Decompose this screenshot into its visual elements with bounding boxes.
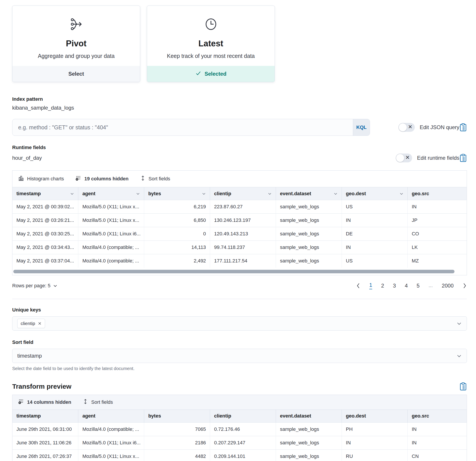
sort-field-select[interactable]: timestamp (12, 349, 467, 363)
table-cell: 4482 (144, 450, 210, 461)
latest-card-description: Keep track of your most recent data (167, 53, 255, 59)
toggle-off-icon: ✕ (408, 124, 412, 130)
table-cell: CO (408, 227, 467, 241)
preview-table: timestamp agent bytes clientip event.dat… (12, 410, 467, 461)
column-header[interactable]: clientip (210, 410, 276, 422)
preview-data-grid: 14 columns hidden Sort fields timestamp (12, 395, 467, 461)
page-button-2[interactable]: 2 (381, 283, 384, 289)
table-row: June 29th 2021, 06:31:00Mozilla/4.0 (com… (12, 422, 467, 436)
source-table: timestamp agent bytes clientip event.dat… (12, 187, 467, 268)
scrollbar-thumb[interactable] (13, 270, 454, 273)
column-header[interactable]: agent (78, 410, 144, 422)
clock-icon (204, 17, 218, 32)
column-header[interactable]: agent (78, 187, 144, 200)
table-cell: IN (408, 422, 467, 436)
previous-page-button[interactable] (356, 283, 360, 289)
check-icon (195, 70, 201, 78)
column-header[interactable]: timestamp (12, 187, 78, 200)
column-header[interactable]: geo.src (408, 410, 467, 422)
column-header[interactable]: bytes (144, 410, 210, 422)
table-cell: PH (342, 422, 408, 436)
chevron-down-icon (268, 192, 272, 196)
column-header[interactable]: geo.src (408, 187, 467, 200)
kql-language-button[interactable]: KQL (353, 119, 370, 136)
latest-card-body: Latest Keep track of your most recent da… (147, 6, 275, 66)
edit-runtime-fields-label[interactable]: Edit runtime fields (417, 155, 459, 161)
unique-key-chip: clientip (17, 319, 45, 328)
latest-card[interactable]: Latest Keep track of your most recent da… (147, 6, 275, 82)
source-grid-pagination: Rows per page: 5 1 2 3 4 5 … 2000 (12, 279, 467, 293)
next-page-button[interactable] (462, 283, 467, 289)
table-cell: Mozilla/5.0 (X11; Linux x... (78, 214, 144, 227)
page-button-last[interactable]: 2000 (442, 283, 454, 289)
copy-query-icon[interactable] (459, 123, 467, 132)
table-cell: US (342, 254, 408, 268)
table-row: May 2, 2021 @ 00:39:02...Mozilla/5.0 (X1… (12, 200, 467, 214)
table-cell: May 2, 2021 @ 03:37:04... (12, 254, 78, 268)
table-cell: MZ (408, 254, 467, 268)
page-button-3[interactable]: 3 (393, 283, 396, 289)
index-pattern-label: Index pattern (12, 96, 467, 102)
column-header[interactable]: timestamp (12, 410, 78, 422)
table-cell: LK (408, 241, 467, 254)
remove-chip-icon[interactable] (38, 321, 42, 325)
columns-hidden-button[interactable]: 19 columns hidden (76, 175, 128, 182)
table-cell: sample_web_logs (276, 422, 342, 436)
edit-runtime-fields-toggle[interactable]: ✕ (396, 154, 412, 162)
pivot-card[interactable]: Pivot Aggregate and group your data Sele… (12, 6, 140, 82)
chevron-down-icon (53, 283, 58, 288)
horizontal-scrollbar[interactable] (12, 268, 467, 275)
edit-json-query-toggle[interactable]: ✕ (398, 123, 415, 132)
chevron-down-icon[interactable] (457, 321, 462, 326)
pivot-select-button[interactable]: Select (12, 66, 140, 82)
table-cell: May 2, 2021 @ 03:30:25... (12, 227, 78, 241)
table-cell: sample_web_logs (276, 214, 342, 227)
table-cell: Mozilla/4.0 (compatible; ... (78, 241, 144, 254)
column-header[interactable]: event.dataset (276, 187, 342, 200)
table-cell: sample_web_logs (276, 254, 342, 268)
table-cell: 223.87.60.27 (210, 200, 276, 214)
latest-selected-button[interactable]: Selected (147, 66, 275, 82)
table-cell: Mozilla/5.0 (X11; Linux i6... (78, 436, 144, 450)
column-header[interactable]: event.dataset (276, 410, 342, 422)
unique-keys-combobox[interactable]: clientip (12, 316, 467, 331)
column-header[interactable]: clientip (210, 187, 276, 200)
table-cell: JP (408, 214, 467, 227)
page-button-4[interactable]: 4 (405, 283, 408, 289)
page-button-5[interactable]: 5 (416, 283, 419, 289)
table-cell: DE (342, 227, 408, 241)
column-header[interactable]: geo.dest (342, 187, 408, 200)
table-cell: 0 (144, 227, 210, 241)
copy-runtime-fields-icon[interactable] (459, 154, 467, 162)
column-header[interactable]: bytes (144, 187, 210, 200)
sort-field-help-text: Select the date field to be used to iden… (12, 366, 467, 371)
table-cell: 2186 (144, 436, 210, 450)
chevron-down-icon[interactable] (457, 353, 462, 359)
chevron-down-icon (334, 192, 338, 196)
query-bar: KQL (12, 119, 370, 136)
table-cell: 0.72.176.46 (210, 422, 276, 436)
sort-fields-button[interactable]: Sort fields (140, 175, 170, 182)
edit-json-query-label[interactable]: Edit JSON query (420, 124, 459, 130)
table-cell: sample_web_logs (276, 241, 342, 254)
histogram-charts-button[interactable]: Histogram charts (18, 175, 64, 182)
page-button-1[interactable]: 1 (369, 282, 372, 289)
table-cell: sample_web_logs (276, 200, 342, 214)
chevron-down-icon (70, 192, 74, 196)
table-row: May 2, 2021 @ 03:26:21...Mozilla/5.0 (X1… (12, 214, 467, 227)
table-cell: 130.246.123.197 (210, 214, 276, 227)
copy-preview-icon[interactable] (459, 382, 467, 391)
table-cell: May 2, 2021 @ 00:39:02... (12, 200, 78, 214)
sort-fields-button[interactable]: Sort fields (83, 399, 113, 406)
table-cell: IN (408, 200, 467, 214)
source-data-grid: Histogram charts 19 columns hidden (12, 170, 467, 275)
sort-field-value: timestamp (17, 353, 42, 359)
column-header[interactable]: geo.dest (342, 410, 408, 422)
columns-hidden-button[interactable]: 14 columns hidden (18, 399, 71, 406)
table-cell: 2,492 (144, 254, 210, 268)
kql-search-input[interactable] (12, 119, 353, 136)
rows-per-page-button[interactable]: Rows per page: 5 (12, 283, 58, 289)
pivot-card-description: Aggregate and group your data (38, 53, 114, 59)
unique-keys-label: Unique keys (12, 307, 467, 313)
table-cell: IN (342, 214, 408, 227)
